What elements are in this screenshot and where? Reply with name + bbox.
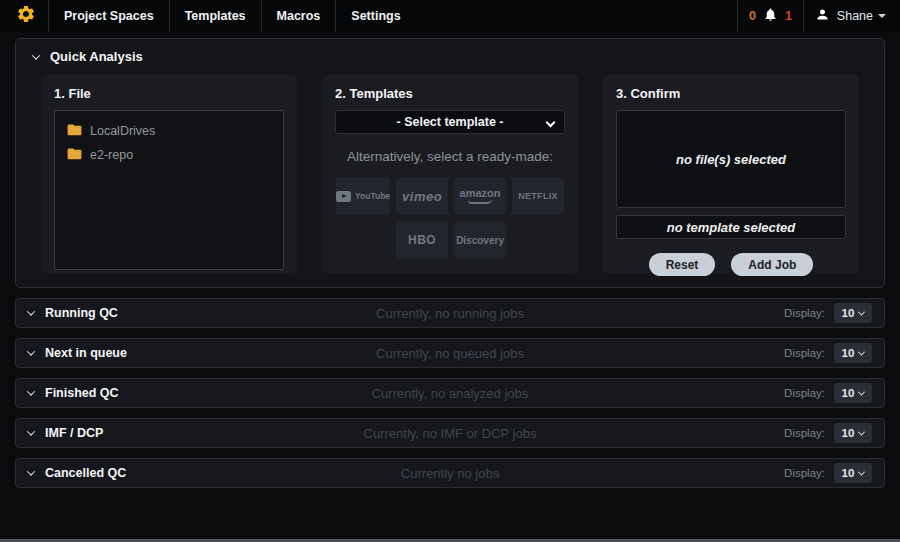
display-count-value: 10	[842, 387, 855, 399]
file-tree[interactable]: LocalDrives e2-repo	[54, 110, 284, 270]
section-status: Currently, no running jobs	[16, 306, 884, 321]
section-status: Currently, no analyzed jobs	[16, 386, 884, 401]
templates-panel: 2. Templates - Select template - Alterna…	[322, 75, 578, 273]
nav-item-templates[interactable]: Templates	[170, 0, 261, 32]
section-header[interactable]: Running QC	[28, 306, 118, 320]
youtube-play-icon	[336, 191, 351, 202]
selected-files-box: no file(s) selected	[616, 110, 846, 208]
user-name-label: Shane	[837, 9, 873, 23]
template-select[interactable]: - Select template -	[335, 110, 565, 134]
section-display: Display: 10	[784, 383, 872, 403]
section-cancelled-qc: Cancelled QC Currently no jobs Display: …	[15, 458, 885, 488]
folder-label: e2-repo	[90, 148, 133, 162]
section-label: Cancelled QC	[45, 466, 126, 480]
brand-youtube-button[interactable]: YouTube	[336, 177, 390, 215]
section-display: Display: 10	[784, 343, 872, 363]
reset-button[interactable]: Reset	[649, 253, 716, 276]
no-files-text: no file(s) selected	[676, 152, 786, 167]
brand-vimeo-button[interactable]: vimeo	[396, 177, 448, 215]
chevron-down-icon	[27, 347, 35, 355]
user-menu[interactable]: Shane	[837, 9, 886, 23]
top-navbar: Project Spaces Templates Macros Settings…	[0, 0, 900, 32]
folder-item-e2-repo[interactable]: e2-repo	[65, 143, 273, 167]
display-label: Display:	[784, 347, 825, 359]
display-label: Display:	[784, 467, 825, 479]
display-count-select[interactable]: 10	[834, 463, 872, 483]
section-header[interactable]: Next in queue	[28, 346, 127, 360]
notification-count-right[interactable]: 1	[785, 9, 792, 23]
section-running-qc: Running QC Currently, no running jobs Di…	[15, 298, 885, 328]
section-status: Currently, no queued jobs	[16, 346, 884, 361]
quick-analysis-card: Quick Analysis 1. File LocalDrives	[15, 38, 885, 288]
brand-amazon-button[interactable]: amazon	[454, 177, 506, 215]
display-label: Display:	[784, 307, 825, 319]
chevron-down-icon	[858, 348, 865, 355]
nav-divider	[803, 0, 804, 32]
display-count-select[interactable]: 10	[834, 303, 872, 323]
quick-analysis-panels: 1. File LocalDrives e2-repo	[16, 69, 884, 287]
quick-analysis-header[interactable]: Quick Analysis	[16, 39, 884, 69]
nav-item-project-spaces[interactable]: Project Spaces	[49, 0, 169, 32]
folder-item-localdrives[interactable]: LocalDrives	[65, 119, 273, 143]
brand-label: YouTube	[355, 191, 390, 201]
template-select-value: - Select template -	[397, 115, 504, 129]
display-count-value: 10	[842, 467, 855, 479]
section-status: Currently, no IMF or DCP jobs	[16, 426, 884, 441]
section-finished-qc: Finished QC Currently, no analyzed jobs …	[15, 378, 885, 408]
nav-item-macros[interactable]: Macros	[262, 0, 336, 32]
confirm-panel-title: 3. Confirm	[616, 86, 846, 101]
section-header[interactable]: Cancelled QC	[28, 466, 126, 480]
chevron-down-icon	[27, 427, 35, 435]
templates-panel-title: 2. Templates	[335, 86, 565, 101]
chevron-down-icon	[546, 118, 556, 128]
no-template-text: no template selected	[667, 220, 796, 235]
display-count-select[interactable]: 10	[834, 423, 872, 443]
brand-label: NETFLIX	[518, 191, 558, 201]
display-label: Display:	[784, 427, 825, 439]
amazon-smile-icon	[468, 199, 492, 204]
section-display: Display: 10	[784, 463, 872, 483]
section-display: Display: 10	[784, 303, 872, 323]
nav-item-settings[interactable]: Settings	[336, 0, 415, 32]
selected-template-box: no template selected	[616, 215, 846, 239]
file-panel: 1. File LocalDrives e2-repo	[41, 75, 297, 273]
nav-divider	[737, 0, 738, 32]
navbar-right: 0 1 Shane	[733, 0, 886, 32]
chevron-down-icon	[858, 308, 865, 315]
display-count-select[interactable]: 10	[834, 343, 872, 363]
chevron-down-icon	[32, 51, 40, 59]
section-label: IMF / DCP	[45, 426, 103, 440]
section-label: Running QC	[45, 306, 118, 320]
section-label: Finished QC	[45, 386, 119, 400]
section-label: Next in queue	[45, 346, 127, 360]
brand-discovery-button[interactable]: Discovery	[454, 221, 506, 259]
brand-netflix-button[interactable]: NETFLIX	[512, 177, 564, 215]
folder-icon	[67, 122, 82, 140]
brand-label: Discovery	[456, 235, 504, 246]
brand-hbo-button[interactable]: HBO	[396, 221, 448, 259]
confirm-buttons: Reset Add Job	[616, 253, 846, 276]
chevron-down-icon	[858, 468, 865, 475]
app-logo[interactable]	[12, 4, 48, 28]
section-header[interactable]: Finished QC	[28, 386, 119, 400]
quick-analysis-title: Quick Analysis	[50, 49, 143, 64]
section-imf-dcp: IMF / DCP Currently, no IMF or DCP jobs …	[15, 418, 885, 448]
confirm-panel: 3. Confirm no file(s) selected no templa…	[603, 75, 859, 273]
display-label: Display:	[784, 387, 825, 399]
display-count-select[interactable]: 10	[834, 383, 872, 403]
person-icon	[815, 7, 830, 26]
file-panel-title: 1. File	[54, 86, 284, 101]
gear-icon	[16, 4, 36, 28]
add-job-button[interactable]: Add Job	[731, 253, 813, 276]
brand-label: vimeo	[402, 189, 442, 204]
ready-made-label: Alternatively, select a ready-made:	[335, 149, 565, 164]
display-count-value: 10	[842, 307, 855, 319]
section-header[interactable]: IMF / DCP	[28, 426, 103, 440]
main-content: Quick Analysis 1. File LocalDrives	[0, 32, 900, 488]
folder-label: LocalDrives	[90, 124, 155, 138]
chevron-down-icon	[27, 387, 35, 395]
notification-count-left[interactable]: 0	[749, 9, 756, 23]
bell-icon[interactable]	[763, 7, 778, 26]
app-window: Project Spaces Templates Macros Settings…	[0, 0, 900, 542]
section-next-in-queue: Next in queue Currently, no queued jobs …	[15, 338, 885, 368]
